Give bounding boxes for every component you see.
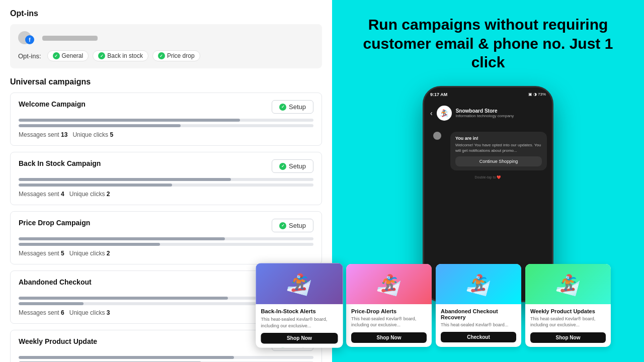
check-icon: ✓ [158, 52, 165, 59]
card-desc: This heat-sealed Kevlar® board, includin… [530, 316, 606, 328]
right-panel: Run campaigns without requiring customer… [332, 0, 644, 362]
campaign-stats: Messages sent 4 Unique clicks 2 [19, 191, 313, 198]
progress-fill-1 [19, 297, 228, 300]
campaign-name: Welcome Campaign [19, 100, 86, 108]
card-body: Back-In-Stock Alerts This heat-sealed Ke… [256, 304, 343, 348]
chat-area: You are in! Welcome! You have opted into… [424, 125, 552, 186]
optins-title: Opt-ins [10, 9, 322, 18]
progress-track-1 [19, 119, 313, 122]
progress-bars [19, 178, 313, 187]
progress-track-1 [19, 356, 313, 359]
card-desc: This heat-sealed Kevlar® board... [441, 322, 516, 328]
product-card: 🏂 Price-Drop Alerts This heat-sealed Kev… [346, 264, 432, 347]
progress-bars [19, 119, 313, 127]
check-icon: ✓ [279, 163, 286, 170]
back-arrow-icon[interactable]: ‹ [430, 109, 433, 117]
progress-track-2 [19, 243, 313, 246]
product-image-area: 🏂 [525, 264, 611, 304]
snowboard-icon: 🏂 [285, 270, 313, 297]
check-icon: ✓ [279, 222, 286, 229]
progress-fill-2 [19, 243, 160, 246]
phone-time: 9:17 AM [430, 92, 447, 97]
progress-fill-2 [19, 184, 172, 187]
card-title: Price-Drop Alerts [351, 308, 427, 314]
universal-campaigns-title: Universal campaigns [10, 77, 322, 86]
card-body: Abandoned Checkout Recovery This heat-se… [436, 304, 521, 347]
phone-status-icons: ▣ ◑ 73% [528, 92, 546, 97]
progress-fill-1 [19, 237, 225, 240]
campaign-card: Back In Stock Campaign ✓ Setup Messages … [10, 152, 322, 205]
double-tap-text: Double-tap to ❤️ [429, 173, 547, 182]
progress-bars [19, 356, 313, 362]
chat-user-avatar [433, 132, 441, 140]
chat-bubble-title: You are in! [455, 136, 542, 141]
card-title: Abandoned Checkout Recovery [441, 308, 516, 320]
store-sub: Information technology company [456, 114, 546, 118]
snowboard-icon: 🏂 [465, 271, 492, 297]
facebook-icon: f [25, 35, 34, 44]
progress-fill-1 [19, 119, 240, 122]
card-action-button[interactable]: Checkout [441, 332, 516, 342]
campaign-name: Weekly Product Update [19, 337, 97, 345]
campaign-name: Abandoned Checkout [19, 278, 92, 286]
avatar-group: f [18, 31, 38, 45]
progress-fill-1 [19, 356, 234, 359]
store-avatar: 🏂 [437, 106, 452, 121]
setup-button[interactable]: ✓ Setup [272, 159, 313, 173]
badge-general[interactable]: ✓ General [47, 50, 89, 61]
setup-button[interactable]: ✓ Setup [272, 100, 313, 114]
progress-track-2 [19, 184, 313, 187]
card-action-button[interactable]: Shop Now [261, 333, 338, 343]
card-action-button[interactable]: Shop Now [530, 332, 606, 343]
check-icon: ✓ [53, 52, 60, 59]
campaign-name: Price Drop Campaign [19, 219, 90, 227]
product-image-area: 🏂 [436, 264, 521, 304]
snowboard-icon: 🏂 [554, 271, 582, 297]
progress-fill-2 [19, 124, 181, 127]
product-card: 🏂 Weekly Product Updates This heat-seale… [525, 264, 611, 347]
chat-bubble: You are in! Welcome! You have opted into… [450, 132, 547, 170]
badge-price-drop[interactable]: ✓ Price drop [152, 50, 200, 61]
campaign-card: Price Drop Campaign ✓ Setup Messages sen… [10, 211, 322, 264]
progress-fill-2 [19, 302, 84, 305]
progress-track-1 [19, 237, 313, 240]
campaign-header: Price Drop Campaign ✓ Setup [19, 219, 313, 232]
card-body: Price-Drop Alerts This heat-sealed Kevla… [346, 304, 432, 347]
messenger-header: ‹ 🏂 Snowboard Store Information technolo… [424, 102, 552, 125]
optin-badges-row: Opt-ins: ✓ General ✓ Back in stock ✓ Pri… [18, 50, 314, 61]
continue-shopping-button[interactable]: Continue Shopping [455, 156, 542, 166]
card-desc: This heat-sealed Kevlar® board, includin… [351, 316, 427, 328]
chat-bubble-text: Welcome! You have opted into our updates… [455, 142, 542, 153]
progress-fill-1 [19, 178, 231, 181]
cards-overlay: 🏂 Back-In-Stock Alerts This heat-sealed … [257, 264, 639, 347]
campaign-stats: Messages sent 5 Unique clicks 2 [19, 250, 313, 257]
badge-back-in-stock[interactable]: ✓ Back in stock [93, 50, 148, 61]
card-title: Back-In-Stock Alerts [261, 308, 338, 314]
card-action-button[interactable]: Shop Now [351, 332, 427, 343]
optin-label: Opt-ins: [18, 52, 41, 60]
progress-track-2 [19, 124, 313, 127]
campaign-stats: Messages sent 13 Unique clicks 5 [19, 131, 313, 138]
store-name: Snowboard Store [456, 108, 546, 114]
campaign-header: Back In Stock Campaign ✓ Setup [19, 159, 313, 173]
check-icon: ✓ [279, 104, 286, 111]
campaign-header: Welcome Campaign ✓ Setup [19, 100, 313, 114]
store-info: Snowboard Store Information technology c… [456, 108, 546, 118]
product-card: 🏂 Abandoned Checkout Recovery This heat-… [436, 264, 521, 347]
product-image-area: 🏂 [256, 263, 343, 304]
setup-button[interactable]: ✓ Setup [272, 219, 313, 232]
card-desc: This heat-sealed Kevlar® board, includin… [261, 316, 338, 329]
check-icon: ✓ [98, 52, 105, 59]
campaign-card: Welcome Campaign ✓ Setup Messages sent 1… [10, 93, 322, 146]
snowboard-icon: 🏂 [375, 271, 403, 297]
campaign-name: Back In Stock Campaign [19, 159, 101, 167]
progress-track-1 [19, 178, 313, 181]
card-title: Weekly Product Updates [530, 308, 606, 314]
product-card: 🏂 Back-In-Stock Alerts This heat-sealed … [256, 263, 343, 347]
user-name-bar [42, 36, 98, 41]
optin-card: f Opt-ins: ✓ General ✓ Back in stock ✓ P… [10, 24, 322, 68]
progress-bars [19, 237, 313, 246]
optin-user-row: f [18, 31, 314, 45]
headline: Run campaigns without requiring customer… [357, 15, 619, 72]
card-body: Weekly Product Updates This heat-sealed … [525, 304, 611, 347]
